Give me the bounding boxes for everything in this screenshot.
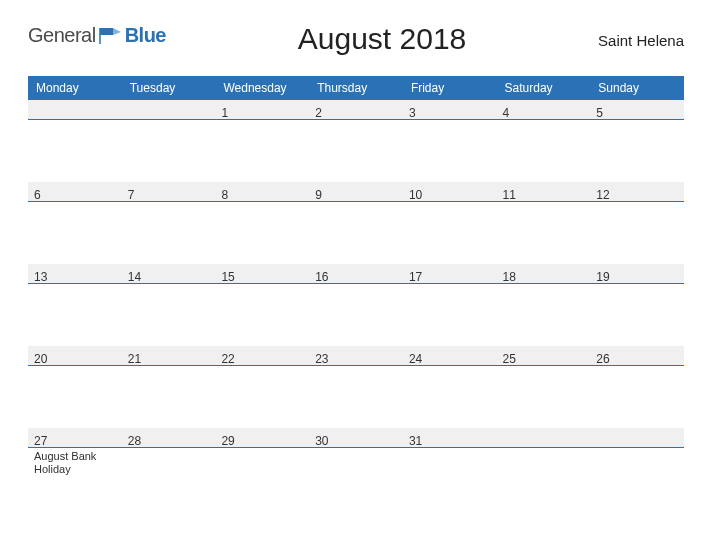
date-number: 18	[503, 268, 585, 284]
date-number: 20	[34, 350, 116, 366]
date-number: 3	[409, 104, 491, 120]
logo-word1: General	[28, 24, 96, 47]
day-cell: 14	[122, 264, 216, 346]
day-header: Saturday	[497, 76, 591, 100]
date-number: 12	[596, 186, 678, 202]
day-cell: 13	[28, 264, 122, 346]
date-number: 13	[34, 268, 116, 284]
day-cell: 23	[309, 346, 403, 428]
date-number: 7	[128, 186, 210, 202]
date-number: 6	[34, 186, 116, 202]
date-number: 24	[409, 350, 491, 366]
day-cell: 21	[122, 346, 216, 428]
week-row: 20212223242526	[28, 346, 684, 428]
date-number: 14	[128, 268, 210, 284]
day-cell: 27August Bank Holiday	[28, 428, 122, 510]
date-number	[128, 104, 210, 106]
day-cell: 2	[309, 100, 403, 182]
day-cell: 28	[122, 428, 216, 510]
date-band	[590, 428, 684, 448]
week-row: 27August Bank Holiday28293031	[28, 428, 684, 510]
day-cell: 15	[215, 264, 309, 346]
date-band	[497, 428, 591, 448]
date-number: 2	[315, 104, 397, 120]
header: General Blue August 2018 Saint Helena	[28, 18, 684, 56]
date-number: 27	[34, 432, 116, 448]
day-cell: 4	[497, 100, 591, 182]
date-number: 28	[128, 432, 210, 448]
day-cell	[28, 100, 122, 182]
week-row: 13141516171819	[28, 264, 684, 346]
day-header: Friday	[403, 76, 497, 100]
date-number	[596, 432, 678, 434]
logo-flag-icon	[99, 26, 123, 46]
day-cell: 31	[403, 428, 497, 510]
day-cell: 10	[403, 182, 497, 264]
logo: General Blue	[28, 18, 166, 47]
date-number: 23	[315, 350, 397, 366]
date-number: 30	[315, 432, 397, 448]
region-label: Saint Helena	[598, 18, 684, 49]
date-number: 15	[221, 268, 303, 284]
calendar: Monday Tuesday Wednesday Thursday Friday…	[28, 76, 684, 510]
date-number: 25	[503, 350, 585, 366]
day-cell	[590, 428, 684, 510]
day-cell: 29	[215, 428, 309, 510]
day-header: Sunday	[590, 76, 684, 100]
date-number: 22	[221, 350, 303, 366]
day-cell: 16	[309, 264, 403, 346]
day-cell	[122, 100, 216, 182]
date-number: 4	[503, 104, 585, 120]
page-title: August 2018	[166, 18, 598, 56]
day-cell	[497, 428, 591, 510]
day-cell: 24	[403, 346, 497, 428]
day-cell: 20	[28, 346, 122, 428]
day-header: Tuesday	[122, 76, 216, 100]
date-number: 1	[221, 104, 303, 120]
date-number: 16	[315, 268, 397, 284]
day-cell: 25	[497, 346, 591, 428]
date-band	[122, 100, 216, 120]
date-number: 19	[596, 268, 678, 284]
day-header: Thursday	[309, 76, 403, 100]
week-row: 12345	[28, 100, 684, 182]
day-cell: 17	[403, 264, 497, 346]
day-cell: 18	[497, 264, 591, 346]
date-number: 21	[128, 350, 210, 366]
week-row: 6789101112	[28, 182, 684, 264]
day-cell: 12	[590, 182, 684, 264]
logo-word2: Blue	[125, 24, 166, 47]
date-number: 17	[409, 268, 491, 284]
day-cell: 19	[590, 264, 684, 346]
day-cell: 26	[590, 346, 684, 428]
date-number: 29	[221, 432, 303, 448]
day-cell: 3	[403, 100, 497, 182]
day-cell: 11	[497, 182, 591, 264]
date-number	[503, 432, 585, 434]
date-number: 31	[409, 432, 491, 448]
day-cell: 1	[215, 100, 309, 182]
day-cell: 7	[122, 182, 216, 264]
holiday-label: August Bank Holiday	[34, 450, 116, 476]
day-cell: 22	[215, 346, 309, 428]
day-cell: 5	[590, 100, 684, 182]
day-header: Monday	[28, 76, 122, 100]
day-cell: 8	[215, 182, 309, 264]
date-number: 11	[503, 186, 585, 202]
date-number: 9	[315, 186, 397, 202]
day-cell: 6	[28, 182, 122, 264]
day-cell: 30	[309, 428, 403, 510]
day-cell: 9	[309, 182, 403, 264]
date-number: 26	[596, 350, 678, 366]
day-header-row: Monday Tuesday Wednesday Thursday Friday…	[28, 76, 684, 100]
date-number: 8	[221, 186, 303, 202]
date-number: 5	[596, 104, 678, 120]
date-band	[28, 100, 122, 120]
day-header: Wednesday	[215, 76, 309, 100]
date-number: 10	[409, 186, 491, 202]
date-number	[34, 104, 116, 106]
